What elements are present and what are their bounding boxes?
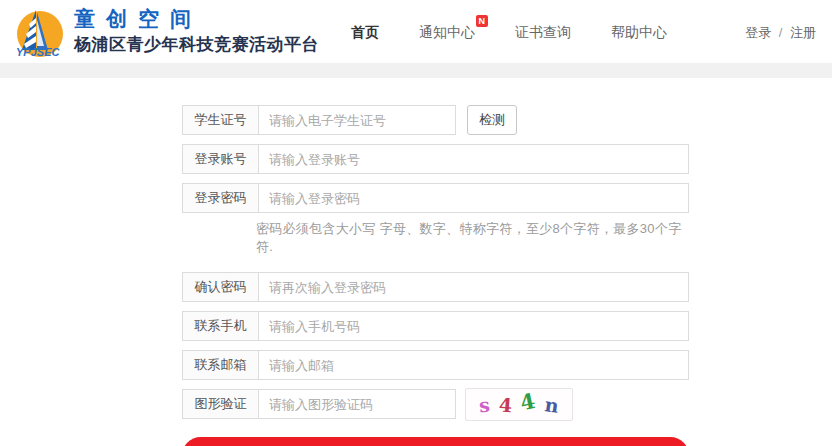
logo-link[interactable]: YPJSEC	[14, 6, 66, 62]
password-group: 登录密码	[182, 183, 689, 213]
student-id-input[interactable]	[259, 106, 455, 134]
main-nav: 首页 通知中心 N 证书查询 帮助中心	[351, 24, 667, 42]
email-row: 联系邮箱	[182, 350, 689, 380]
captcha-group: 图形验证	[182, 389, 456, 419]
confirm-password-row: 确认密码	[182, 272, 689, 302]
phone-row: 联系手机	[182, 311, 689, 341]
new-badge: N	[476, 15, 489, 27]
account-label: 登录账号	[183, 145, 259, 173]
header: YPJSEC 童创空间 杨浦区青少年科技竞赛活动平台 首页 通知中心 N 证书查…	[0, 0, 832, 63]
site-subtitle: 杨浦区青少年科技竞赛活动平台	[74, 33, 319, 56]
email-group: 联系邮箱	[182, 350, 689, 380]
account-input[interactable]	[259, 145, 688, 173]
auth-separator: /	[779, 25, 783, 40]
captcha-char: n	[544, 393, 561, 417]
auth-links: 登录 / 注册	[745, 24, 816, 42]
student-id-group: 学生证号	[182, 105, 456, 135]
captcha-char: 4	[518, 388, 538, 415]
captcha-label: 图形验证	[183, 390, 259, 418]
password-row: 登录密码	[182, 183, 689, 213]
captcha-char: s	[478, 393, 491, 416]
phone-input[interactable]	[259, 312, 688, 340]
password-label: 登录密码	[183, 184, 259, 212]
nav-help-center[interactable]: 帮助中心	[611, 24, 667, 42]
account-group: 登录账号	[182, 144, 689, 174]
phone-group: 联系手机	[182, 311, 689, 341]
captcha-input[interactable]	[259, 390, 455, 418]
captcha-row: 图形验证 s 4 4 n	[182, 389, 689, 421]
sailboat-logo-icon: YPJSEC	[14, 6, 66, 62]
check-button[interactable]: 检测	[467, 105, 517, 135]
svg-text:YPJSEC: YPJSEC	[16, 46, 60, 58]
nav-certificate-query[interactable]: 证书查询	[515, 24, 571, 42]
account-row: 登录账号	[182, 144, 689, 174]
header-divider-strip	[0, 63, 832, 78]
email-input[interactable]	[259, 351, 688, 379]
confirm-password-group: 确认密码	[182, 272, 689, 302]
site-title: 童创空间	[74, 7, 319, 31]
student-id-label: 学生证号	[183, 106, 259, 134]
password-input[interactable]	[259, 184, 688, 212]
nav-notifications[interactable]: 通知中心 N	[419, 24, 475, 42]
submit-row: 注册	[182, 437, 689, 446]
confirm-password-input[interactable]	[259, 273, 688, 301]
email-label: 联系邮箱	[183, 351, 259, 379]
captcha-image[interactable]: s 4 4 n	[465, 388, 573, 421]
phone-label: 联系手机	[183, 312, 259, 340]
register-link[interactable]: 注册	[790, 25, 816, 40]
student-id-row: 学生证号 检测	[182, 105, 689, 135]
nav-home[interactable]: 首页	[351, 24, 379, 42]
register-submit-button[interactable]: 注册	[182, 437, 689, 446]
registration-form: 学生证号 检测 登录账号 登录密码 密码必须包含大小写 字母、数字、特称字符，至…	[182, 105, 689, 446]
password-hint: 密码必须包含大小写 字母、数字、特称字符，至少8个字符，最多30个字符.	[256, 220, 689, 256]
brand: 童创空间 杨浦区青少年科技竞赛活动平台	[74, 7, 319, 55]
captcha-char: 4	[498, 393, 513, 416]
confirm-password-label: 确认密码	[183, 273, 259, 301]
login-link[interactable]: 登录	[745, 25, 771, 40]
